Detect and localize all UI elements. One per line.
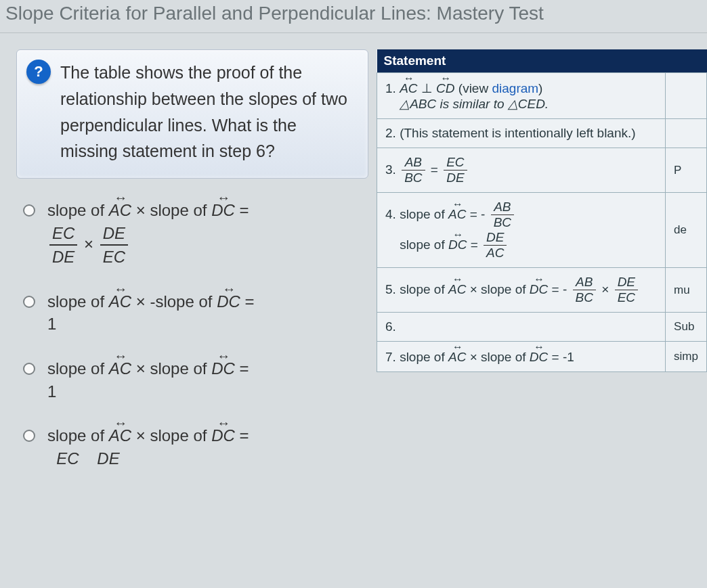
segment-ac: AC <box>109 423 131 447</box>
table-row: 3. ABBC = ECDE P <box>377 148 707 193</box>
fraction-den: DE <box>444 171 467 185</box>
text: DE <box>97 449 119 468</box>
text: × <box>79 235 98 253</box>
view-diagram-link[interactable]: diagram <box>492 81 538 95</box>
answer-list: slope of AC × slope of DC = ECDE × DEEC … <box>16 198 368 470</box>
fraction-den: EC <box>615 290 638 305</box>
reason-4: de <box>666 193 707 268</box>
fraction-den: AC <box>484 246 507 261</box>
answer-d-body: slope of AC × slope of DC = EC DE <box>47 423 249 470</box>
radio-icon[interactable] <box>23 363 35 375</box>
segment-ac: AC <box>109 289 131 313</box>
text: = <box>467 238 481 252</box>
text: = <box>235 359 249 378</box>
text: × <box>598 282 613 296</box>
segment-ac: AC <box>448 206 466 222</box>
text: × slope of <box>466 282 529 296</box>
text: = <box>427 162 442 177</box>
segment-cd: CD <box>436 80 454 96</box>
question-text: The table shows the proof of the relatio… <box>60 63 347 160</box>
fraction-num: AB <box>573 275 596 290</box>
text: slope of <box>47 201 109 219</box>
segment-ac: AC <box>109 356 131 380</box>
text: = <box>235 201 249 219</box>
answer-b-body: slope of AC × -slope of DC = 1 <box>47 289 255 336</box>
text: × slope of <box>131 426 211 445</box>
segment-dc: DC <box>211 356 235 380</box>
fraction-den: BC <box>491 215 514 230</box>
text: 1. <box>385 81 400 95</box>
segment-dc: DC <box>530 281 548 297</box>
table-header-row: Statement <box>377 49 707 73</box>
table-row: 6. Sub <box>377 313 707 342</box>
segment-ac: AC <box>400 80 417 96</box>
text: (This statement is intentionally left bl… <box>400 126 636 140</box>
segment-dc: DC <box>448 236 467 252</box>
statement-6: 6. <box>377 313 666 342</box>
text: slope of <box>47 292 109 311</box>
answer-option-b[interactable]: slope of AC × -slope of DC = 1 <box>23 289 368 336</box>
segment-ac: AC <box>448 281 466 297</box>
text: × slope of <box>131 201 211 219</box>
statement-header: Statement <box>377 49 666 73</box>
reason-7: simp <box>666 342 707 372</box>
text: = <box>466 207 481 221</box>
text: × -slope of <box>131 292 217 311</box>
segment-dc: DC <box>211 423 235 447</box>
radio-icon[interactable] <box>23 204 35 217</box>
text: 4. <box>385 207 400 221</box>
segment-ac: AC <box>448 348 466 365</box>
reason-header <box>666 49 707 73</box>
text: × slope of <box>466 350 529 364</box>
statement-4: 4. slope of AC = - ABBC slope of DC = DE… <box>377 193 666 268</box>
text: 7. <box>385 350 400 364</box>
segment-dc: DC <box>211 198 235 222</box>
fraction-den: BC <box>573 290 596 305</box>
table-row: 5. slope of AC × slope of DC = - ABBC × … <box>377 268 707 313</box>
text: 2. <box>385 126 400 140</box>
segment-dc: DC <box>530 348 548 365</box>
text: × slope of <box>131 359 211 378</box>
content-area: ? The table shows the proof of the relat… <box>0 33 707 490</box>
segment-ac: AC <box>109 198 131 222</box>
question-mark-icon: ? <box>26 60 51 84</box>
statement-2: 2. (This statement is intentionally left… <box>377 119 666 148</box>
fraction-den: BC <box>402 171 425 185</box>
radio-icon[interactable] <box>23 430 35 442</box>
text: 3. <box>385 162 400 177</box>
proof-table: Statement 1. AC ⊥ CD (view diagram) △ABC… <box>377 49 707 372</box>
reason-2 <box>666 119 707 148</box>
fraction-num: EC <box>444 155 467 171</box>
answer-c-body: slope of AC × slope of DC = 1 <box>47 356 249 403</box>
text: 5. <box>385 282 400 296</box>
statement-7: 7. slope of AC × slope of DC = -1 <box>377 342 666 372</box>
answer-option-a[interactable]: slope of AC × slope of DC = ECDE × DEEC <box>23 198 368 269</box>
text: = <box>548 282 563 296</box>
text: (view <box>455 81 492 95</box>
table-row: 4. slope of AC = - ABBC slope of DC = DE… <box>377 193 707 268</box>
fraction-num: AB <box>402 155 425 171</box>
text: slope of <box>400 350 448 364</box>
answer-option-d[interactable]: slope of AC × slope of DC = EC DE <box>23 423 368 470</box>
fraction-num: DE <box>615 275 638 290</box>
statement-3: 3. ABBC = ECDE <box>377 148 666 193</box>
answer-a-body: slope of AC × slope of DC = ECDE × DEEC <box>47 198 249 269</box>
fraction-num: DE <box>100 222 128 246</box>
right-column: Statement 1. AC ⊥ CD (view diagram) △ABC… <box>377 49 707 372</box>
fraction-num: DE <box>484 230 507 246</box>
text: 1 <box>47 315 56 333</box>
question-box: ? The table shows the proof of the relat… <box>16 49 368 179</box>
reason-1 <box>666 73 707 119</box>
text: slope of <box>400 238 448 252</box>
fraction-den: EC <box>100 246 128 269</box>
text: slope of <box>400 282 448 296</box>
left-column: ? The table shows the proof of the relat… <box>16 49 368 490</box>
radio-icon[interactable] <box>23 296 35 308</box>
text: slope of <box>47 426 109 445</box>
text: slope of <box>400 207 448 221</box>
text: ⊥ <box>418 81 437 95</box>
text: - <box>563 282 571 296</box>
statement-5: 5. slope of AC × slope of DC = - ABBC × … <box>377 268 666 313</box>
text: = -1 <box>548 350 574 364</box>
answer-option-c[interactable]: slope of AC × slope of DC = 1 <box>23 356 368 403</box>
